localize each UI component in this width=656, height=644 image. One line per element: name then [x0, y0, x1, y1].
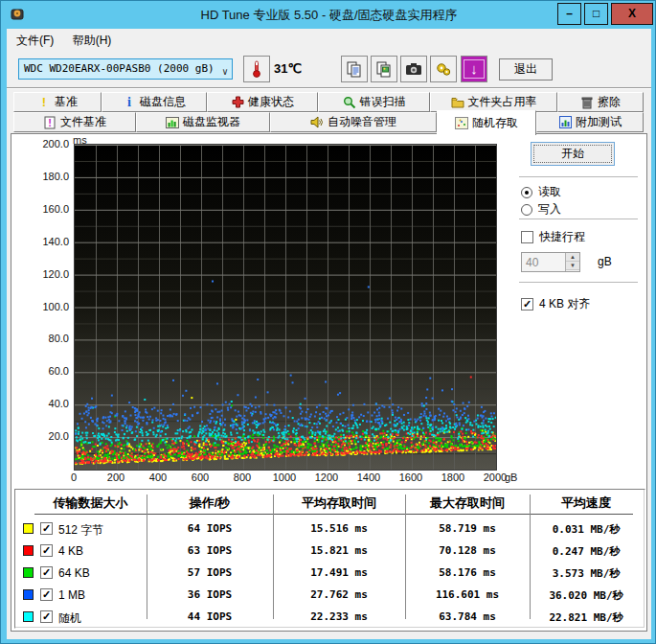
benchmark-icon: ! — [37, 96, 51, 109]
tab-aam[interactable]: 自动噪音管理 — [270, 112, 437, 132]
copy-image-icon — [375, 60, 393, 78]
series-checkbox[interactable]: ✓ — [40, 522, 53, 535]
x-tick-label: 1400 — [355, 472, 382, 483]
table-row: ✓ 512 字节 64 IOPS 15.516 ms 58.719 ms 0.0… — [15, 518, 646, 540]
separator — [519, 282, 638, 283]
y-tick-label: 80.0 — [13, 333, 69, 344]
tab-error-scan[interactable]: 错误扫描 — [318, 92, 430, 112]
maximize-button[interactable]: □ — [584, 3, 608, 25]
hdtune-window: HD Tune 专业版 5.50 - 硬盘/固态硬盘实用程序 – □ X 文件(… — [0, 0, 656, 644]
capacity-value: 40 — [526, 256, 538, 269]
copy-text-button[interactable] — [341, 56, 368, 82]
series-color-swatch — [23, 567, 34, 578]
series-checkbox[interactable]: ✓ — [40, 610, 53, 623]
align-4kb-checkbox[interactable]: ✓ 4 KB 对齐 — [521, 296, 590, 312]
tab-erase[interactable]: 擦除 — [557, 92, 644, 112]
tab-extra-tests[interactable]: 附加测试 — [536, 112, 644, 132]
menu-help[interactable]: 帮助(H) — [65, 29, 120, 52]
radio-selected-icon — [521, 187, 532, 198]
series-checkbox[interactable]: ✓ — [40, 588, 53, 601]
avg-time-value: 27.762 ms — [273, 588, 405, 601]
tab-file-benchmark[interactable]: ! 文件基准 — [13, 112, 136, 132]
y-tick-label: 60.0 — [13, 365, 69, 377]
temperature-button[interactable] — [243, 56, 270, 82]
tab-label: 基准 — [55, 94, 78, 110]
tab-label: 文件基准 — [60, 114, 106, 130]
start-button-label: 开始 — [561, 147, 584, 160]
series-checkbox[interactable]: ✓ — [40, 544, 53, 557]
max-time-value: 58.719 ms — [405, 522, 530, 535]
capacity-spinner[interactable]: 40 ▲▼ — [521, 252, 580, 272]
spinner-buttons[interactable]: ▲▼ — [565, 253, 579, 271]
read-radio[interactable]: 读取 — [521, 184, 561, 200]
update-button[interactable]: ↓ — [461, 56, 487, 82]
y-tick-label: 180.0 — [13, 171, 69, 182]
series-checkbox[interactable]: ✓ — [40, 566, 53, 579]
menu-file[interactable]: 文件(F) — [9, 29, 61, 52]
tab-folder-usage[interactable]: 文件夹占用率 — [430, 92, 557, 112]
short-stroke-checkbox[interactable]: 快捷行程 — [521, 229, 585, 245]
y-tick-label: 140.0 — [13, 236, 69, 247]
header-underline — [34, 514, 633, 515]
align-4kb-label: 4 KB 对齐 — [539, 296, 590, 312]
avg-time-value: 15.821 ms — [273, 544, 405, 557]
tab-health[interactable]: 健康状态 — [207, 92, 318, 112]
max-time-value: 63.784 ms — [405, 610, 530, 623]
series-label: 1 MB — [58, 588, 85, 602]
y-tick-label: 100.0 — [13, 301, 69, 312]
x-tick-label: 0 — [60, 472, 87, 483]
series-label: 512 字节 — [58, 522, 103, 539]
col-header-transfer-size: 传输数据大小 — [34, 494, 147, 512]
max-time-value: 58.176 ms — [405, 566, 530, 579]
x-tick-label: 600 — [187, 472, 214, 483]
tab-disk-info[interactable]: i 磁盘信息 — [102, 92, 207, 112]
random-access-page: ms 200.0180.0160.0140.0120.0100.080.060.… — [11, 133, 647, 632]
start-button[interactable]: 开始 — [531, 142, 615, 166]
tab-label: 磁盘监视器 — [183, 114, 240, 130]
tab-label: 擦除 — [598, 94, 621, 110]
spin-down-icon[interactable]: ▼ — [566, 262, 579, 270]
max-time-value: 70.128 ms — [405, 544, 530, 557]
avg-time-value: 17.491 ms — [273, 566, 405, 579]
file-benchmark-icon: ! — [43, 116, 57, 129]
tab-disk-monitor[interactable]: 磁盘监视器 — [136, 112, 270, 132]
options-button[interactable] — [430, 56, 457, 82]
access-time-chart — [74, 144, 497, 471]
tab-label: 文件夹占用率 — [468, 94, 537, 110]
checkbox-unchecked-icon — [521, 231, 533, 243]
series-label: 4 KB — [58, 544, 83, 558]
tab-benchmark[interactable]: ! 基准 — [13, 92, 102, 112]
chevron-down-icon: ∨ — [222, 62, 228, 81]
toolbar-divider — [7, 87, 651, 89]
results-table: 传输数据大小 操作/秒 平均存取时间 最大存取时间 平均速度 ✓ 512 字节 … — [14, 489, 645, 629]
tab-random-access[interactable]: 随机存取 — [437, 110, 536, 135]
close-button[interactable]: X — [611, 3, 653, 25]
x-tick-label: 1800 — [440, 472, 466, 483]
tab-label: 附加测试 — [576, 114, 622, 130]
separator — [519, 176, 638, 177]
y-tick-label: 160.0 — [13, 203, 69, 215]
spin-up-icon[interactable]: ▲ — [566, 253, 579, 262]
screenshot-button[interactable] — [400, 56, 427, 82]
write-radio[interactable]: 写入 — [521, 201, 561, 218]
drive-select[interactable]: WDC WD20EARX-00PASB0 (2000 gB) ∨ — [18, 58, 233, 80]
tab-label: 自动噪音管理 — [328, 114, 396, 130]
client-area: 文件(F) 帮助(H) WDC WD20EARX-00PASB0 (2000 g… — [7, 29, 651, 639]
avg-speed-value: 0.247 MB/秒 — [530, 544, 643, 559]
minimize-button[interactable]: – — [557, 3, 581, 25]
exit-button[interactable]: 退出 — [499, 58, 553, 80]
tab-label: 错误扫描 — [360, 94, 406, 110]
write-label: 写入 — [538, 201, 561, 218]
table-row: ✓ 4 KB 63 IOPS 15.821 ms 70.128 ms 0.247… — [15, 540, 646, 563]
copy-image-button[interactable] — [371, 56, 397, 82]
scatter-canvas — [75, 145, 496, 470]
menu-bar: 文件(F) 帮助(H) — [7, 29, 651, 51]
error-scan-icon — [343, 96, 356, 109]
drive-select-value: WDC WD20EARX-00PASB0 (2000 gB) — [24, 62, 215, 75]
x-axis-unit: gB — [505, 472, 517, 483]
erase-icon — [580, 96, 594, 109]
y-tick-label: 120.0 — [13, 268, 69, 280]
temperature-value: 31℃ — [274, 61, 302, 76]
col-header-avg-speed: 平均速度 — [530, 494, 643, 512]
thermometer-icon — [250, 59, 263, 79]
